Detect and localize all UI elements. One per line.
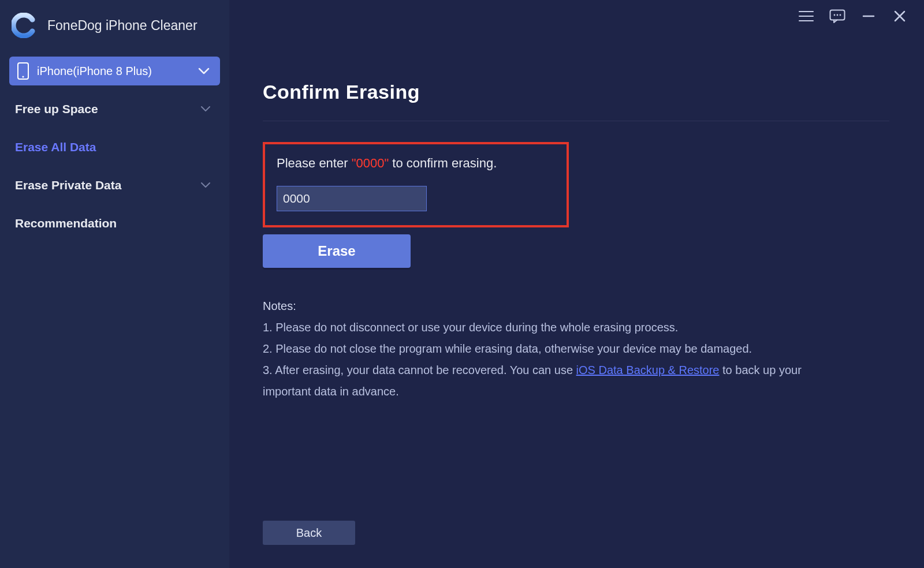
confirm-prefix: Please enter xyxy=(277,156,352,170)
confirm-instruction: Please enter "0000" to confirm erasing. xyxy=(277,156,555,171)
chevron-down-icon xyxy=(200,106,211,113)
note-2: 2. Please do not close the program while… xyxy=(263,338,817,360)
chevron-down-icon xyxy=(198,67,210,75)
main-panel: Confirm Erasing Please enter "0000" to c… xyxy=(229,0,924,568)
svg-point-1 xyxy=(22,76,24,77)
minimize-button[interactable] xyxy=(860,8,877,24)
notes-heading: Notes: xyxy=(263,296,817,317)
confirm-code: "0000" xyxy=(352,156,389,170)
chevron-down-icon xyxy=(200,182,211,189)
nav-erase-all-data[interactable]: Erase All Data xyxy=(0,128,229,166)
erase-button[interactable]: Erase xyxy=(263,234,411,268)
device-name: iPhone(iPhone 8 Plus) xyxy=(37,65,198,78)
svg-point-4 xyxy=(837,14,839,16)
app-logo-icon xyxy=(12,13,37,38)
app-title: FoneDog iPhone Cleaner xyxy=(47,18,198,33)
brand: FoneDog iPhone Cleaner xyxy=(0,0,229,57)
sidebar: FoneDog iPhone Cleaner iPhone(iPhone 8 P… xyxy=(0,0,229,568)
close-button[interactable] xyxy=(892,8,908,24)
divider xyxy=(263,121,889,121)
backup-restore-link[interactable]: iOS Data Backup & Restore xyxy=(576,364,720,376)
note-3-prefix: 3. After erasing, your data cannot be re… xyxy=(263,364,576,376)
phone-icon xyxy=(17,62,29,80)
nav-recommendation[interactable]: Recommendation xyxy=(0,204,229,242)
menu-icon[interactable] xyxy=(798,8,814,24)
nav-label: Recommendation xyxy=(15,216,117,230)
titlebar xyxy=(798,0,924,32)
notes: Notes: 1. Please do not disconnect or us… xyxy=(263,296,817,402)
page-title: Confirm Erasing xyxy=(263,81,889,103)
back-button[interactable]: Back xyxy=(263,521,355,545)
svg-point-5 xyxy=(840,14,841,16)
confirm-box: Please enter "0000" to confirm erasing. xyxy=(263,142,569,227)
feedback-icon[interactable] xyxy=(829,8,845,24)
nav-free-up-space[interactable]: Free up Space xyxy=(0,90,229,128)
device-selector[interactable]: iPhone(iPhone 8 Plus) xyxy=(9,57,220,85)
nav-label: Erase Private Data xyxy=(15,178,121,192)
note-1: 1. Please do not disconnect or use your … xyxy=(263,317,817,338)
note-3: 3. After erasing, your data cannot be re… xyxy=(263,360,817,402)
svg-point-3 xyxy=(834,14,836,16)
nav-label: Erase All Data xyxy=(15,140,96,154)
confirm-code-input[interactable] xyxy=(277,186,427,211)
nav-label: Free up Space xyxy=(15,102,98,116)
nav-erase-private-data[interactable]: Erase Private Data xyxy=(0,166,229,204)
content: Confirm Erasing Please enter "0000" to c… xyxy=(263,81,889,545)
confirm-suffix: to confirm erasing. xyxy=(389,156,497,170)
